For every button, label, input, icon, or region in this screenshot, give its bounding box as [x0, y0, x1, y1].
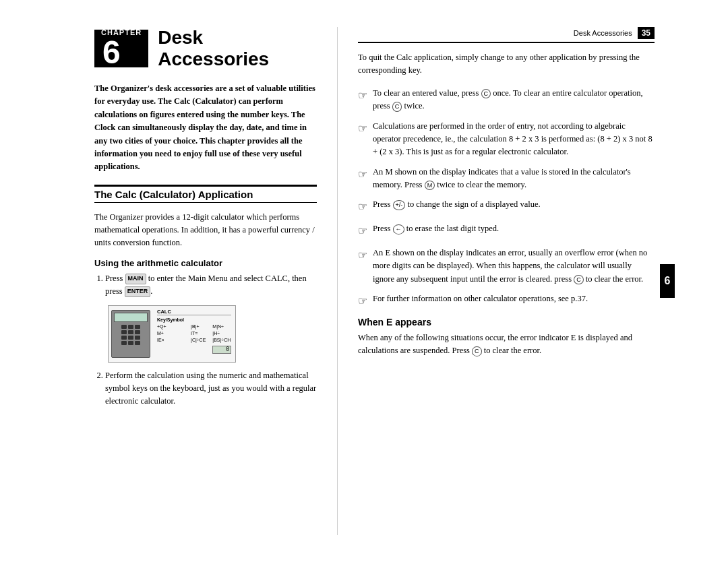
calc-table-area: CALC Key/Symbol +Q+ M+ IE× |B|+ IT= |C|÷…	[153, 306, 235, 362]
c-key-1: C	[481, 89, 491, 99]
chapter-number: 6	[102, 36, 142, 69]
main-key: MAIN	[125, 274, 146, 284]
calc-row-3	[114, 336, 148, 340]
note-1: ☞ To clear an entered value, press C onc…	[358, 87, 655, 113]
calc-btn	[128, 330, 133, 334]
calc-row-2	[114, 330, 148, 334]
calc-display: 0	[212, 346, 231, 354]
page-header: Desk Accessories 35	[358, 27, 655, 43]
intro-paragraph: The Organizer's desk accessories are a s…	[94, 82, 317, 174]
sub-heading-arithmetic: Using the arithmetic calculator	[94, 258, 317, 268]
section-heading: The Calc (Calculator) Application	[94, 185, 317, 203]
when-e-body: When any of the following situations occ…	[358, 332, 655, 358]
sign-key: +/-	[393, 200, 406, 210]
note-arrow-icon-7: ☞	[358, 293, 367, 310]
calc-row-4	[114, 341, 148, 345]
calc-body	[111, 310, 150, 358]
c-key-2: C	[392, 102, 402, 112]
calc-btn	[135, 336, 140, 340]
page: CHAPTER 6 Desk Accessories The Organizer…	[0, 0, 728, 562]
calc-btn	[121, 330, 127, 334]
note-5: ☞ Press ← to erase the last digit typed.	[358, 222, 655, 240]
calc-btn	[121, 325, 127, 329]
c-key-4: C	[472, 346, 482, 356]
chapter-box: CHAPTER 6	[94, 30, 148, 67]
section-body: The Organizer provides a 12-digit calcul…	[94, 211, 317, 250]
note-3-text: An M shown on the display indicates that…	[373, 166, 655, 192]
note-arrow-icon-3: ☞	[358, 166, 367, 183]
chapter-title: Desk Accessories	[158, 27, 317, 70]
step1-text: Press	[105, 274, 123, 283]
calc-btn	[135, 341, 140, 345]
note-2-text: Calculations are performed in the order …	[373, 120, 655, 159]
calc-btn	[128, 336, 133, 340]
right-column: Desk Accessories 35 To quit the Calc app…	[338, 13, 675, 549]
m-key: M	[425, 181, 435, 191]
calc-key-table: Key/Symbol +Q+ M+ IE× |B|+ IT= |C|÷CE M|…	[157, 317, 231, 343]
left-column: CHAPTER 6 Desk Accessories The Organizer…	[0, 13, 337, 549]
calc-row-1	[114, 325, 148, 329]
calc-btn	[128, 325, 133, 329]
calc-btn	[135, 325, 140, 329]
note-4: ☞ Press +/- to change the sign of a disp…	[358, 198, 655, 216]
note-3: ☞ An M shown on the display indicates th…	[358, 166, 655, 192]
page-number: 35	[638, 27, 655, 39]
note-1-text: To clear an entered value, press C once.…	[373, 87, 655, 113]
header-section-label: Desk Accessories	[574, 29, 632, 37]
note-6: ☞ An E shown on the display indicates an…	[358, 247, 655, 286]
when-e-heading: When E appears	[358, 317, 655, 327]
note-arrow-icon-2: ☞	[358, 121, 367, 137]
note-5-text: Press ← to erase the last digit typed.	[373, 222, 655, 235]
note-7: ☞ For further information on other calcu…	[358, 292, 655, 310]
calc-title-bar: CALC	[157, 309, 231, 316]
calc-display-row: 0	[157, 346, 231, 354]
backspace-key: ←	[393, 224, 404, 235]
steps-list-2: Perform the calculation using the numeri…	[105, 369, 317, 408]
calculator-image: CALC Key/Symbol +Q+ M+ IE× |B|+ IT= |C|÷…	[108, 305, 236, 363]
note-4-text: Press +/- to change the sign of a displa…	[373, 198, 655, 211]
c-key-3: C	[574, 275, 584, 285]
chapter-side-tab: 6	[660, 264, 675, 298]
calc-btn	[121, 336, 127, 340]
calc-col-1: Key/Symbol +Q+ M+ IE×	[157, 317, 184, 343]
quit-text: To quit the Calc application, simply cha…	[358, 51, 655, 77]
calc-btn	[128, 341, 133, 345]
calc-col-2: |B|+ IT= |C|÷CE	[191, 317, 206, 343]
note-2: ☞ Calculations are performed in the orde…	[358, 120, 655, 159]
enter-key: ENTER	[125, 286, 151, 297]
calc-col-3: M|N÷ |H÷ |BS|÷CH	[212, 317, 231, 343]
step-2: Perform the calculation using the numeri…	[105, 369, 317, 408]
calc-btn	[135, 330, 140, 334]
step-1: Press MAIN to enter the Main Menu and se…	[105, 272, 317, 299]
steps-list: Press MAIN to enter the Main Menu and se…	[105, 272, 317, 299]
note-7-text: For further information on other calcula…	[373, 292, 655, 305]
period: .	[150, 286, 152, 296]
calc-screen	[114, 313, 148, 322]
chapter-header: CHAPTER 6 Desk Accessories	[94, 27, 317, 70]
note-arrow-icon-1: ☞	[358, 88, 367, 104]
note-6-text: An E shown on the display indicates an e…	[373, 247, 655, 286]
note-arrow-icon-4: ☞	[358, 199, 367, 216]
note-arrow-icon-6: ☞	[358, 247, 367, 264]
note-arrow-icon-5: ☞	[358, 223, 367, 240]
calc-btn	[121, 341, 127, 345]
